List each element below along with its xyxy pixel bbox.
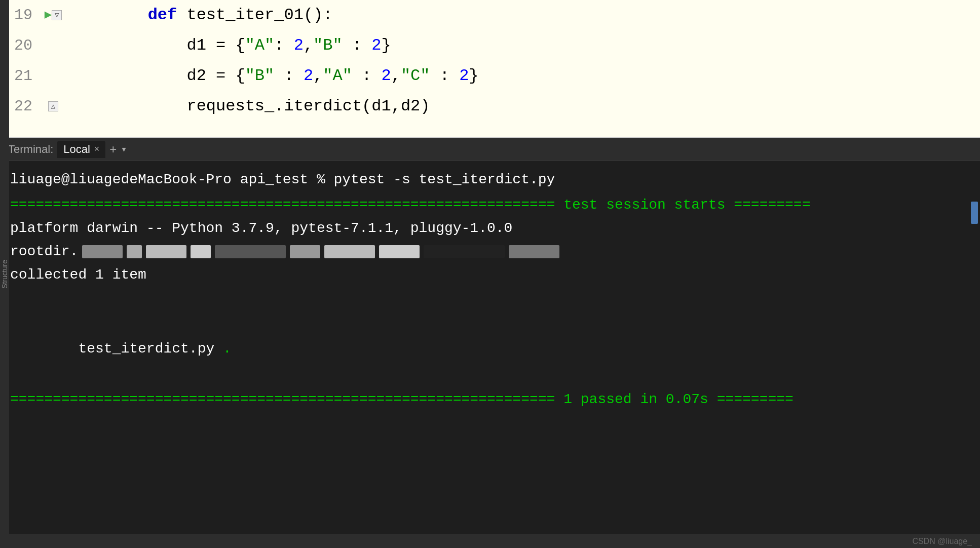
collected-text: collected 1 item <box>10 264 146 286</box>
terminal-content[interactable]: liuage@liuagedeMacBook-Pro api_test % py… <box>0 161 980 534</box>
terminal-test-file-line: test_iterdict.py . <box>10 317 970 381</box>
code-editor: 19 ▶ ▽ def test_iter_01(): 20 d1 = {"A":… <box>0 0 980 137</box>
redacted-4 <box>191 245 211 258</box>
rootdir-text: rootdir. <box>10 241 78 262</box>
terminal-add-button[interactable]: + <box>109 142 117 156</box>
redacted-2 <box>127 245 142 258</box>
redacted-5 <box>215 245 286 258</box>
terminal-dropdown-icon[interactable]: ▾ <box>121 143 127 155</box>
terminal-tab-local[interactable]: Local × <box>57 141 105 158</box>
terminal-scrollbar[interactable] <box>971 202 978 224</box>
terminal-rootdir-line: rootdir. <box>10 241 970 262</box>
redacted-6 <box>290 245 320 258</box>
terminal-cmd-line: liuage@liuagedeMacBook-Pro api_test % py… <box>10 169 970 190</box>
fold-close-icon[interactable]: △ <box>48 101 58 111</box>
terminal-platform-line: platform darwin -- Python 3.7.9, pytest-… <box>10 218 970 239</box>
redacted-1 <box>82 245 123 258</box>
terminal-label: Terminal: <box>8 143 53 156</box>
line-gutter-22[interactable]: △ <box>41 101 66 111</box>
redacted-3 <box>146 245 186 258</box>
code-content-22: requests_.iterdict(d1,d2) <box>66 61 980 137</box>
redacted-8 <box>379 245 420 258</box>
bottom-bar: CSDN @liuage_ <box>0 534 980 548</box>
redacted-10 <box>509 245 559 258</box>
run-arrow-icon[interactable]: ▶ <box>45 0 52 30</box>
code-line-22: 22 △ requests_.iterdict(d1,d2) <box>0 91 980 122</box>
redacted-9 <box>424 245 505 258</box>
test-pass-dot: . <box>223 341 232 357</box>
terminal-empty-line <box>10 294 970 315</box>
terminal-section: Terminal: Local × + ▾ Structure liuage@l… <box>0 138 980 548</box>
terminal-pass-line: ========================================… <box>10 389 970 410</box>
terminal-separator-1: ========================================… <box>10 194 970 216</box>
watermark-text: CSDN @liuage_ <box>912 537 972 546</box>
redacted-7 <box>324 245 375 258</box>
fold-open-icon[interactable]: ▽ <box>52 10 62 20</box>
terminal-with-sidebar: Structure liuage@liuagedeMacBook-Pro api… <box>0 161 980 534</box>
terminal-tab-bar: Terminal: Local × + ▾ <box>0 138 980 161</box>
test-file-text: test_iterdict.py <box>78 341 223 357</box>
line-gutter-19[interactable]: ▶ ▽ <box>41 0 66 30</box>
terminal-tab-close-icon[interactable]: × <box>94 144 100 154</box>
terminal-tab-label: Local <box>63 143 90 156</box>
terminal-collected-line: collected 1 item <box>10 264 970 286</box>
